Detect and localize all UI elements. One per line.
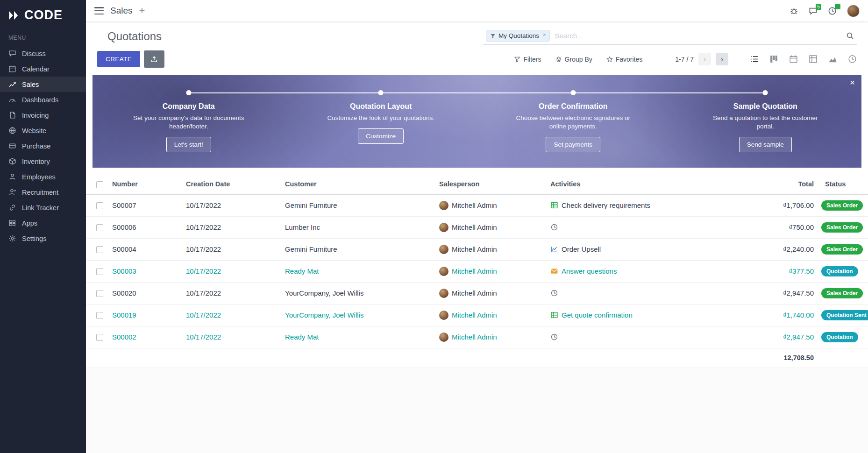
apps-icon xyxy=(8,219,16,227)
create-button[interactable]: CREATE xyxy=(97,51,140,67)
pager-next-button[interactable]: › xyxy=(716,53,728,65)
search-facet[interactable]: My Quotations × xyxy=(486,30,550,42)
current-app-name[interactable]: Sales xyxy=(110,6,133,16)
sidebar-item-dashboards[interactable]: Dashboards xyxy=(0,92,86,107)
search-bar[interactable]: My Quotations × xyxy=(483,28,857,45)
sidebar-item-invoicing[interactable]: Invoicing xyxy=(0,107,86,123)
view-switcher xyxy=(750,55,857,64)
cell-total: ₫1,706.00 xyxy=(747,194,818,216)
view-graph-button[interactable] xyxy=(828,55,837,64)
send-sample-button[interactable]: Send sample xyxy=(739,137,792,152)
activities-button[interactable] xyxy=(828,7,837,15)
cell-customer: Gemini Furniture xyxy=(281,238,435,260)
table-row[interactable]: S00004 10/17/2022 Gemini Furniture Mitch… xyxy=(86,238,868,260)
lets-start-button[interactable]: Let's start! xyxy=(166,137,211,152)
sidebar-item-apps[interactable]: Apps xyxy=(0,215,86,231)
sidebar-item-discuss[interactable]: Discuss xyxy=(0,46,86,61)
menu-toggle-icon[interactable] xyxy=(94,7,104,14)
inventory-icon xyxy=(8,157,16,165)
cell-total: ₫2,240.00 xyxy=(747,238,818,260)
row-checkbox[interactable] xyxy=(96,202,103,209)
search-facet-label: My Quotations xyxy=(498,32,539,39)
sidebar-item-label: Invoicing xyxy=(22,112,49,119)
facet-remove-icon[interactable]: × xyxy=(543,32,546,37)
add-tab-button[interactable]: + xyxy=(139,6,145,16)
sidebar-item-employees[interactable]: Employees xyxy=(0,169,86,184)
row-checkbox[interactable] xyxy=(96,268,103,275)
cell-salesperson: Mitchell Admin xyxy=(452,201,497,209)
table-row[interactable]: S00002 10/17/2022 Ready Mat Mitchell Adm… xyxy=(86,326,868,348)
header-customer[interactable]: Customer xyxy=(281,174,435,194)
sidebar-item-inventory[interactable]: Inventory xyxy=(0,154,86,169)
customize-button[interactable]: Customize xyxy=(358,128,404,144)
status-badge: Quotation xyxy=(821,266,858,276)
messages-button[interactable]: 5 xyxy=(809,7,818,15)
view-kanban-button[interactable] xyxy=(769,55,778,64)
view-activity-button[interactable] xyxy=(848,55,857,64)
cell-customer: YourCompany, Joel Willis xyxy=(281,304,435,326)
header-status[interactable]: Status xyxy=(818,174,868,194)
view-list-button[interactable] xyxy=(750,55,759,64)
cell-customer: Gemini Furniture xyxy=(281,194,435,216)
favorites-button[interactable]: Favorites xyxy=(606,56,643,63)
sidebar-item-website[interactable]: Website xyxy=(0,123,86,138)
search-icon[interactable] xyxy=(846,32,854,40)
cell-activity[interactable]: Check delivery requirements xyxy=(562,201,650,209)
clock-activity-icon[interactable] xyxy=(550,289,558,297)
sidebar-item-calendar[interactable]: Calendar xyxy=(0,61,86,77)
search-input[interactable] xyxy=(550,30,846,42)
sidebar-menu-label: MENU xyxy=(0,34,86,46)
dashboards-icon xyxy=(8,96,16,104)
calendar-view-icon xyxy=(789,55,798,64)
sidebar-item-purchase[interactable]: Purchase xyxy=(0,138,86,154)
filters-button[interactable]: Filters xyxy=(514,56,541,63)
kanban-view-icon xyxy=(769,55,778,64)
header-activities[interactable]: Activities xyxy=(547,174,747,194)
header-creation-date[interactable]: Creation Date xyxy=(182,174,281,194)
topbar: Sales + 5 xyxy=(86,0,868,21)
sidebar-item-settings[interactable]: Settings xyxy=(0,231,86,246)
row-checkbox[interactable] xyxy=(96,224,103,231)
sidebar-item-recruitment[interactable]: Recruitment xyxy=(0,184,86,200)
header-salesperson[interactable]: Salesperson xyxy=(435,174,547,194)
cell-date: 10/17/2022 xyxy=(182,260,281,282)
set-payments-button[interactable]: Set payments xyxy=(546,137,600,152)
brand-logo-icon xyxy=(7,9,21,22)
table-row[interactable]: S00020 10/17/2022 YourCompany, Joel Will… xyxy=(86,282,868,304)
row-checkbox[interactable] xyxy=(96,334,103,341)
pager-prev-button[interactable]: ‹ xyxy=(698,53,711,65)
row-checkbox[interactable] xyxy=(96,246,103,253)
sidebar-item-link-tracker[interactable]: Link Tracker xyxy=(0,200,86,215)
row-checkbox[interactable] xyxy=(96,312,103,319)
user-avatar[interactable] xyxy=(847,5,860,17)
clock-activity-icon[interactable] xyxy=(550,223,558,231)
header-number[interactable]: Number xyxy=(108,174,182,194)
sidebar: CODE MENU Discuss Calendar Sales Dashboa… xyxy=(0,0,86,453)
step-description: Choose between electronic signatures or … xyxy=(515,114,632,131)
clock-activity-icon[interactable] xyxy=(550,333,558,341)
select-all-checkbox[interactable] xyxy=(96,181,103,188)
cell-total: ₫2,947.50 xyxy=(747,282,818,304)
view-calendar-button[interactable] xyxy=(789,55,798,64)
step-dot xyxy=(378,90,384,95)
cell-activity[interactable]: Answer questions xyxy=(562,267,617,275)
activities-count-badge xyxy=(835,4,840,9)
table-row[interactable]: S00006 10/17/2022 Lumber Inc Mitchell Ad… xyxy=(86,216,868,238)
filters-icon xyxy=(514,56,520,63)
sidebar-item-sales[interactable]: Sales xyxy=(0,77,86,92)
brand-logo[interactable]: CODE xyxy=(0,0,86,34)
debug-button[interactable] xyxy=(790,7,798,15)
header-total[interactable]: Total xyxy=(747,174,818,194)
table-row[interactable]: S00007 10/17/2022 Gemini Furniture Mitch… xyxy=(86,194,868,216)
export-button[interactable] xyxy=(144,50,164,68)
table-row[interactable]: S00003 10/17/2022 Ready Mat Mitchell Adm… xyxy=(86,260,868,282)
group-by-button[interactable]: Group By xyxy=(555,56,592,63)
row-checkbox[interactable] xyxy=(96,290,103,297)
quotations-table: Number Creation Date Customer Salesperso… xyxy=(86,174,868,368)
sidebar-item-label: Link Tracker xyxy=(22,204,59,212)
pager: 1-7 / 7 ‹ › xyxy=(675,53,728,65)
cell-activity[interactable]: Get quote confirmation xyxy=(562,311,633,319)
table-row[interactable]: S00019 10/17/2022 YourCompany, Joel Will… xyxy=(86,304,868,326)
cell-activity[interactable]: Order Upsell xyxy=(562,245,601,253)
view-pivot-button[interactable] xyxy=(809,55,818,64)
